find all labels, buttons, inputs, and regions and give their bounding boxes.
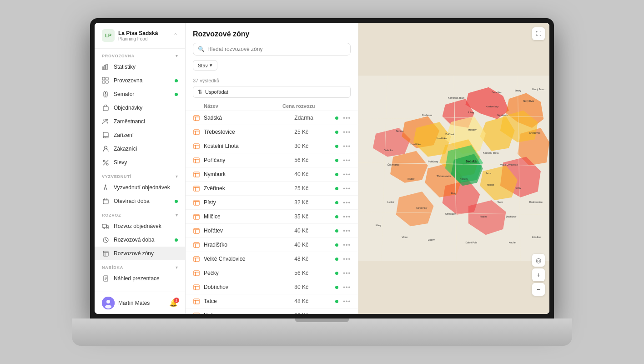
table-row[interactable]: Nymburk 40 Kč ••• xyxy=(186,167,358,182)
sidebar-item-rozvozove-zony[interactable]: Rozvozové zóny xyxy=(95,247,185,260)
zone-price: Zdarma xyxy=(294,115,335,121)
table-row[interactable]: Zvěřínek 25 Kč ••• xyxy=(186,182,358,196)
sidebar-item-zarizeni[interactable]: Zařízení xyxy=(95,128,185,142)
sort-button[interactable]: ⇅ Uspořádat xyxy=(193,86,351,98)
svg-point-10 xyxy=(105,94,106,95)
more-options-button[interactable]: ••• xyxy=(343,270,351,277)
svg-text:Dobré Pole: Dobré Pole xyxy=(465,241,477,244)
table-row[interactable]: Kostelní Lhota 30 Kč ••• xyxy=(186,139,358,153)
svg-text:Doubrava: Doubrava xyxy=(422,114,432,116)
col-status-header xyxy=(323,103,337,109)
status-dot xyxy=(175,79,178,82)
zone-price: 40 Kč xyxy=(294,228,335,234)
sidebar-item-label: Zákazníci xyxy=(114,146,178,152)
zone-name: Třebestovice xyxy=(204,129,294,135)
page-title: Rozvozové zóny xyxy=(193,30,351,38)
table-row[interactable]: Tatce 48 Kč ••• xyxy=(186,294,358,308)
svg-line-32 xyxy=(106,240,107,241)
search-bar[interactable]: 🔍 xyxy=(193,43,351,56)
more-options-button[interactable]: ••• xyxy=(343,157,351,164)
svg-line-21 xyxy=(103,160,108,165)
map-area[interactable]: Sadská Třebestovice Kostelní lhota Poříč… xyxy=(358,23,549,314)
sidebar-item-semafor[interactable]: Semafor xyxy=(95,87,185,101)
notification-count: 2 xyxy=(174,298,179,303)
zoom-out-button[interactable]: − xyxy=(532,283,545,296)
svg-text:Sadská: Sadská xyxy=(465,160,477,163)
fullscreen-button[interactable]: ⛶ xyxy=(532,27,545,40)
table-row[interactable]: Milčice 35 Kč ••• xyxy=(186,210,358,224)
svg-rect-0 xyxy=(102,67,104,70)
sidebar-item-nahled[interactable]: Náhled prezentace xyxy=(95,272,185,285)
svg-point-13 xyxy=(104,119,106,121)
zone-icon xyxy=(193,171,200,178)
sidebar-item-rozvozova-doba[interactable]: Rozvozová doba xyxy=(95,233,185,247)
sidebar-item-slevy[interactable]: Slevy xyxy=(95,156,185,169)
table-header: Název Cena rozvozu xyxy=(186,101,358,111)
more-options-button[interactable]: ••• xyxy=(343,312,351,314)
table-row[interactable]: Velké Chvalovice 48 Kč ••• xyxy=(186,252,358,266)
sidebar-item-provozovna[interactable]: Provozovna xyxy=(95,74,185,87)
svg-text:Kamenné Zboží: Kamenné Zboží xyxy=(448,96,464,99)
search-input[interactable] xyxy=(207,46,346,52)
section-chevron-icon: ▾ xyxy=(176,53,178,58)
more-options-button[interactable]: ••• xyxy=(343,171,351,178)
more-options-button[interactable]: ••• xyxy=(343,185,351,192)
device-icon xyxy=(102,131,109,139)
more-options-button[interactable]: ••• xyxy=(343,213,351,220)
sidebar-item-statistiky[interactable]: Statistiky xyxy=(95,60,185,74)
svg-rect-49 xyxy=(194,144,199,149)
svg-rect-52 xyxy=(194,158,199,163)
status-dot xyxy=(335,116,338,120)
table-row[interactable]: Třebestovice 25 Kč ••• xyxy=(186,125,358,139)
status-dot xyxy=(335,159,338,162)
svg-text:Velenka: Velenka xyxy=(384,149,392,152)
more-options-button[interactable]: ••• xyxy=(343,242,351,248)
sidebar-item-rozvoz-obj[interactable]: Rozvoz objednávek xyxy=(95,219,185,233)
more-options-button[interactable]: ••• xyxy=(343,199,351,206)
table-row[interactable]: Dobřichov 80 Kč ••• xyxy=(186,280,358,294)
zone-name: Zvěřínek xyxy=(204,185,294,192)
table-row[interactable]: Hořany 50 Kč ••• xyxy=(186,308,358,314)
status-dot xyxy=(335,258,338,261)
table-row[interactable]: Písty 32 Kč ••• xyxy=(186,196,358,210)
svg-text:Lány: Lány xyxy=(468,111,474,114)
svg-text:Chvalovice: Chvalovice xyxy=(529,131,540,134)
zoom-in-button[interactable]: + xyxy=(532,268,545,281)
zone-price: 40 Kč xyxy=(294,242,335,248)
sidebar-item-vyzvednut-obj[interactable]: Vyzvednutí objednávek xyxy=(95,181,185,194)
sidebar-item-zakaznici[interactable]: Zákazníci xyxy=(95,142,185,156)
table-row[interactable]: Hradišťko 40 Kč ••• xyxy=(186,238,358,252)
more-options-button[interactable]: ••• xyxy=(343,143,351,150)
table-row[interactable]: Poříčany 56 Kč ••• xyxy=(186,153,358,167)
location-button[interactable]: ◎ xyxy=(532,254,545,267)
brand-header[interactable]: LP La Pisa Sadská Planning Food ⌃ xyxy=(95,23,185,49)
sidebar-item-zamestnanci[interactable]: Zaměstnanci xyxy=(95,115,185,128)
notification-bell[interactable]: 🔔 2 xyxy=(169,299,178,307)
more-options-button[interactable]: ••• xyxy=(343,115,351,121)
svg-point-28 xyxy=(103,228,104,229)
more-options-button[interactable]: ••• xyxy=(343,256,351,263)
more-options-button[interactable]: ••• xyxy=(343,284,351,291)
more-options-button[interactable]: ••• xyxy=(343,298,351,305)
svg-rect-58 xyxy=(194,186,199,191)
svg-text:Tatce: Tatce xyxy=(497,201,503,203)
sidebar-item-objednavky[interactable]: Objednávky xyxy=(95,101,185,115)
person-icon xyxy=(102,145,109,152)
sidebar-item-label: Zaměstnanci xyxy=(114,118,178,125)
table-row[interactable]: Sadská Zdarma ••• xyxy=(186,111,358,125)
svg-rect-70 xyxy=(194,243,199,248)
main-content: Rozvozové zóny 🔍 Stav ▾ xyxy=(186,23,549,314)
filter-state-button[interactable]: Stav ▾ xyxy=(193,60,217,71)
percent-icon xyxy=(102,159,109,166)
status-dot xyxy=(335,300,338,303)
more-options-button[interactable]: ••• xyxy=(343,228,351,234)
svg-text:Kostelní lhota: Kostelní lhota xyxy=(483,152,499,154)
table-row[interactable]: Pečky 56 Kč ••• xyxy=(186,266,358,280)
sidebar-item-oteviraci[interactable]: Otevírací doba xyxy=(95,194,185,208)
status-dot xyxy=(335,187,338,190)
grid-icon xyxy=(102,77,109,84)
table-row[interactable]: Hořátev 40 Kč ••• xyxy=(186,224,358,238)
zone-name: Hradišťko xyxy=(204,242,294,248)
more-options-button[interactable]: ••• xyxy=(343,129,351,136)
svg-text:Skramníky: Skramníky xyxy=(416,207,427,209)
